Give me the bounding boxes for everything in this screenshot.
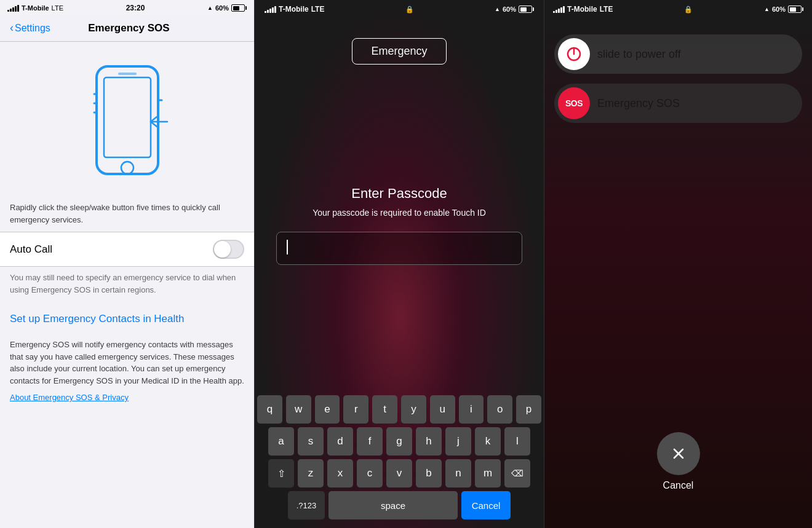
nav-title: Emergency SOS: [14, 22, 244, 34]
settings-content: Rapidly click the sleep/wake button five…: [0, 42, 254, 528]
enter-passcode-subtitle: Your passcode is required to enable Touc…: [312, 207, 486, 219]
key-z[interactable]: z: [298, 459, 324, 487]
key-j[interactable]: j: [445, 427, 471, 455]
key-v[interactable]: v: [386, 459, 412, 487]
status-carrier: T-Mobile LTE: [7, 4, 63, 12]
key-h[interactable]: h: [416, 427, 442, 455]
key-c[interactable]: c: [357, 459, 383, 487]
power-icon-circle: [558, 38, 590, 70]
auto-call-label: Auto Call: [10, 243, 52, 256]
power-network: LTE: [600, 5, 613, 14]
emergency-button[interactable]: Emergency: [352, 38, 446, 65]
key-space[interactable]: space: [328, 491, 458, 519]
power-off-panel: T-Mobile LTE 🔒 ▲ 60%: [544, 0, 812, 528]
slide-power-off-text: slide to power off: [597, 48, 792, 61]
keyboard-row-2: a s d f g h j k l: [257, 427, 541, 455]
cancel-button[interactable]: [657, 432, 700, 475]
slide-power-off-row[interactable]: slide to power off: [554, 34, 802, 74]
enter-passcode-title: Enter Passcode: [351, 186, 447, 202]
keyboard-bottom-row: .?123 space Cancel: [257, 491, 541, 519]
power-location-icon: ▲: [764, 6, 770, 12]
lock-status-left: T-Mobile LTE: [265, 5, 324, 14]
power-signal-icon: [553, 6, 565, 13]
health-link-container[interactable]: Set up Emergency Contacts in Health: [0, 305, 254, 333]
keyboard-row-1: q w e r t y u i o p: [257, 395, 541, 424]
key-g[interactable]: g: [386, 427, 412, 455]
settings-panel: T-Mobile LTE 23:20 ▲ 60% ‹ Settings Emer…: [0, 0, 254, 528]
power-carrier: T-Mobile: [567, 5, 597, 14]
lock-screen-panel: T-Mobile LTE 🔒 ▲ 60% Emergency Enter Pas…: [254, 0, 544, 528]
lock-content: Emergency Enter Passcode Your passcode i…: [255, 16, 544, 528]
health-note-text: Emergency SOS will notify emergency cont…: [0, 333, 254, 393]
location-icon: ▲: [207, 5, 213, 11]
keyboard: q w e r t y u i o p a s d f g h j k: [255, 395, 544, 528]
power-status-right: ▲ 60%: [764, 6, 803, 13]
power-battery-icon: [788, 6, 803, 13]
network-text: LTE: [52, 4, 63, 12]
lock-network: LTE: [311, 5, 325, 14]
key-d[interactable]: d: [327, 427, 353, 455]
power-lock-icon: 🔒: [684, 6, 693, 14]
key-y[interactable]: y: [401, 395, 426, 424]
power-content: slide to power off SOS Emergency SOS Can…: [544, 16, 812, 528]
key-r[interactable]: r: [343, 395, 368, 424]
carrier-text: T-Mobile: [22, 4, 49, 12]
status-time: 23:20: [126, 4, 145, 12]
signal-icon: [7, 4, 19, 12]
emergency-sos-row[interactable]: SOS Emergency SOS: [554, 84, 802, 123]
nav-bar: ‹ Settings Emergency SOS: [0, 15, 254, 42]
key-e[interactable]: e: [315, 395, 340, 424]
key-q[interactable]: q: [257, 395, 282, 424]
key-t[interactable]: t: [372, 395, 397, 424]
phone-svg-image: [78, 60, 177, 183]
key-x[interactable]: x: [327, 459, 353, 487]
lock-status-right: ▲ 60%: [495, 6, 534, 13]
key-m[interactable]: m: [475, 459, 501, 487]
key-k[interactable]: k: [475, 427, 501, 455]
auto-call-toggle[interactable]: [213, 240, 244, 259]
power-icon: [564, 44, 584, 64]
key-s[interactable]: s: [298, 427, 324, 455]
keyboard-row-3: ⇧ z x c v b n m ⌫: [257, 459, 541, 487]
svg-point-2: [121, 162, 133, 174]
key-a[interactable]: a: [268, 427, 294, 455]
key-cancel[interactable]: Cancel: [461, 491, 511, 519]
cancel-area: Cancel: [657, 432, 700, 491]
sos-text-icon: SOS: [565, 98, 583, 108]
cancel-label: Cancel: [663, 480, 694, 491]
key-o[interactable]: o: [487, 395, 512, 424]
power-status-left: T-Mobile LTE: [553, 5, 613, 14]
lock-signal-icon: [265, 6, 276, 13]
settings-description-text: Rapidly click the sleep/wake button five…: [0, 195, 254, 232]
key-f[interactable]: f: [357, 427, 383, 455]
power-status-center: 🔒: [684, 6, 693, 14]
passcode-input[interactable]: [276, 232, 522, 265]
key-n[interactable]: n: [445, 459, 471, 487]
key-w[interactable]: w: [286, 395, 311, 424]
lock-battery-icon: [519, 6, 534, 13]
key-i[interactable]: i: [459, 395, 484, 424]
about-link[interactable]: About Emergency SOS & Privacy: [0, 393, 254, 412]
key-p[interactable]: p: [516, 395, 541, 424]
lock-status-bar: T-Mobile LTE 🔒 ▲ 60%: [255, 0, 544, 16]
key-delete[interactable]: ⌫: [504, 459, 530, 487]
auto-call-row: Auto Call: [0, 232, 254, 267]
health-link[interactable]: Set up Emergency Contacts in Health: [10, 313, 184, 325]
lock-location-icon: ▲: [495, 6, 500, 12]
power-status-bar: T-Mobile LTE 🔒 ▲ 60%: [544, 0, 812, 16]
emergency-sos-text: Emergency SOS: [597, 97, 792, 110]
key-u[interactable]: u: [430, 395, 455, 424]
settings-status-bar: T-Mobile LTE 23:20 ▲ 60%: [0, 0, 254, 15]
toggle-knob: [214, 241, 231, 258]
key-l[interactable]: l: [504, 427, 530, 455]
status-right: ▲ 60%: [207, 4, 247, 12]
battery-icon: [231, 4, 247, 12]
key-b[interactable]: b: [416, 459, 442, 487]
sos-icon-circle: SOS: [558, 87, 590, 119]
key-numbers[interactable]: .?123: [288, 491, 325, 519]
lock-carrier: T-Mobile: [279, 5, 309, 14]
key-shift[interactable]: ⇧: [268, 459, 294, 487]
svg-rect-1: [104, 77, 151, 157]
power-battery-pct: 60%: [772, 6, 786, 13]
cancel-x-icon: [669, 444, 688, 463]
